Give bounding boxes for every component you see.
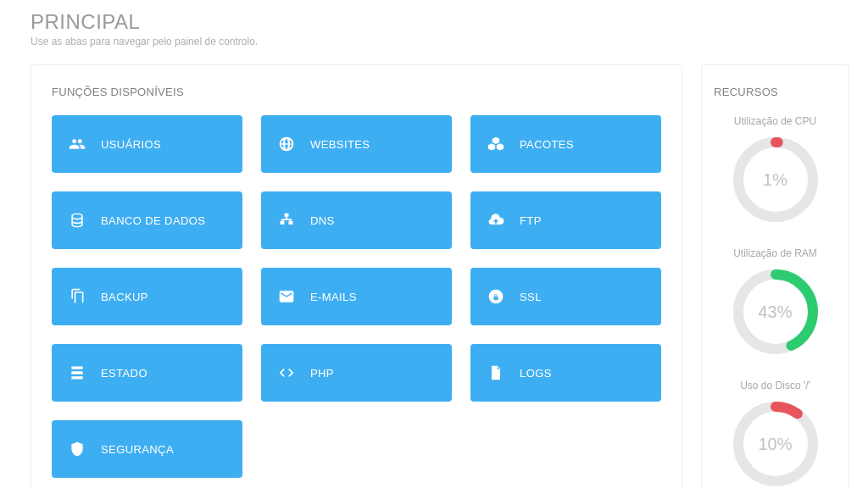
tile-label: LOGS (520, 367, 552, 380)
envelope-icon (278, 288, 295, 305)
users-icon (69, 136, 86, 152)
cubes-icon (487, 136, 504, 152)
tile-label: SEGURANÇA (101, 443, 174, 456)
tile-server[interactable]: ESTADO (52, 344, 242, 402)
tile-label: BANCO DE DADOS (101, 214, 205, 227)
tile-globe[interactable]: WEBSITES (261, 115, 452, 173)
tile-label: PHP (310, 367, 334, 380)
tile-label: WEBSITES (310, 138, 370, 151)
gauge-text: 10% (732, 400, 820, 488)
tile-label: BACKUP (101, 291, 148, 303)
tile-envelope[interactable]: E-MAILS (261, 268, 452, 325)
tile-database[interactable]: BANCO DE DADOS (52, 191, 242, 249)
functions-title: FUNÇÕES DISPONÍVEIS (52, 86, 661, 98)
tile-lock-circle[interactable]: SSL (470, 268, 661, 325)
server-icon (69, 364, 86, 381)
tile-label: E-MAILS (310, 291, 357, 303)
tile-code[interactable]: PHP (261, 344, 452, 402)
gauges-container: Utilização de CPU1%Utilização de RAM43%U… (714, 115, 837, 488)
globe-icon (278, 136, 295, 152)
tile-label: SSL (520, 291, 542, 303)
page-subtitle: Use as abas para navegar pelo painel de … (31, 36, 849, 47)
tile-label: DNS (310, 214, 335, 227)
gauge-label: Utilização de CPU (714, 115, 837, 127)
tile-label: PACOTES (520, 138, 574, 151)
resources-title: RECURSOS (714, 86, 837, 98)
page-header: PRINCIPAL Use as abas para navegar pelo … (31, 10, 849, 47)
gauge: 1% (732, 136, 820, 224)
tile-sitemap[interactable]: DNS (261, 191, 452, 249)
gauge-text: 1% (732, 136, 820, 224)
gauge: 43% (732, 268, 820, 356)
tile-label: ESTADO (101, 367, 147, 380)
gauge-block: Utilização de CPU1% (714, 115, 837, 224)
tile-cubes[interactable]: PACOTES (470, 115, 661, 173)
sitemap-icon (278, 212, 295, 229)
tile-shield[interactable]: SEGURANÇA (52, 420, 242, 478)
tile-copy[interactable]: BACKUP (52, 268, 242, 325)
cloud-upload-icon (487, 212, 504, 229)
panel-functions: FUNÇÕES DISPONÍVEIS USUÁRIOSWEBSITESPACO… (31, 64, 682, 488)
gauge-text: 43% (732, 268, 820, 356)
database-icon (69, 212, 86, 229)
tile-users[interactable]: USUÁRIOS (52, 115, 242, 173)
gauge-label: Uso do Disco '/' (714, 380, 837, 391)
tile-cloud-upload[interactable]: FTP (470, 191, 661, 249)
code-icon (278, 364, 295, 381)
tiles-grid: USUÁRIOSWEBSITESPACOTESBANCO DE DADOSDNS… (52, 115, 661, 478)
panel-resources: RECURSOS Utilização de CPU1%Utilização d… (701, 64, 849, 488)
gauge-block: Utilização de RAM43% (714, 247, 837, 356)
tile-label: FTP (520, 214, 542, 227)
tile-file[interactable]: LOGS (470, 344, 661, 402)
gauge: 10% (732, 400, 820, 488)
copy-icon (69, 288, 86, 305)
page-title: PRINCIPAL (31, 10, 849, 34)
file-icon (487, 364, 504, 381)
tile-label: USUÁRIOS (101, 138, 161, 151)
shield-icon (69, 441, 86, 458)
lock-circle-icon (487, 288, 504, 305)
layout: FUNÇÕES DISPONÍVEIS USUÁRIOSWEBSITESPACO… (31, 64, 849, 488)
gauge-block: Uso do Disco '/'10% (714, 380, 837, 488)
gauge-label: Utilização de RAM (714, 247, 837, 259)
